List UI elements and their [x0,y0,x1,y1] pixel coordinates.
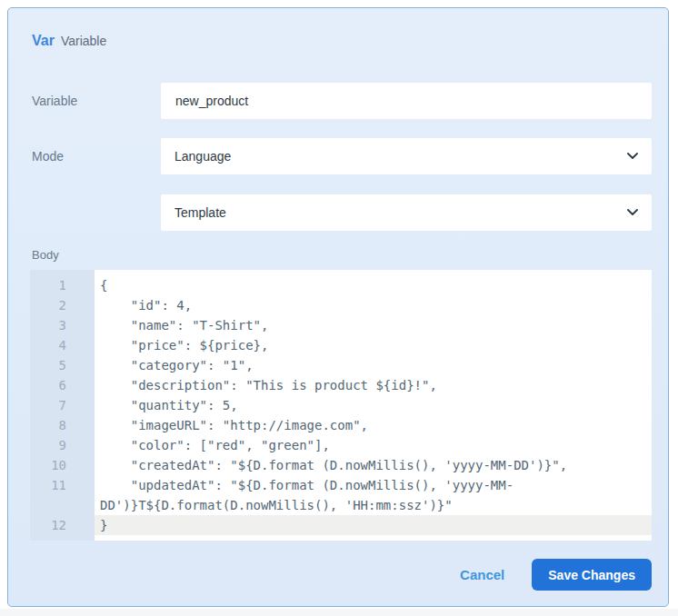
template-row: Template [32,194,652,231]
line-number: 11 [30,475,95,495]
line-number: 5 [30,355,95,375]
line-number: 8 [30,415,95,435]
line-number: 2 [30,295,95,315]
mode-select[interactable]: Language [161,138,652,174]
code-line: "name": "T-Shirt", [95,315,652,335]
cancel-button[interactable]: Cancel [460,567,504,582]
line-number: 4 [30,335,95,355]
code-line: "category": "1", [95,355,652,375]
code-editor[interactable]: 123456789101112 { "id": 4, "name": "T-Sh… [30,270,652,541]
line-number: 3 [30,315,95,335]
dialog-title: Variable [61,34,106,48]
code-line: { [95,275,652,295]
template-select[interactable]: Template [161,194,652,231]
code-line: } [95,515,652,535]
line-number: 7 [30,395,95,415]
code-line: "id": 4, [95,295,652,315]
page-background-strip [0,609,678,616]
line-number: 6 [30,375,95,395]
line-number: 12 [30,515,95,535]
code-line: DD')}T${D.format(D.nowMillis(), 'HH:mm:s… [95,495,652,515]
dialog-footer: Cancel Save Changes [32,559,652,591]
mode-label: Mode [32,149,161,164]
mode-row: Mode Language [32,138,652,174]
code-line: "color": ["red", "green"], [95,435,652,455]
var-badge: Var [32,33,55,49]
code-line: "updatedAt": "${D.format (D.nowMillis(),… [95,475,652,495]
save-changes-button[interactable]: Save Changes [532,559,652,591]
variable-label: Variable [32,94,161,108]
body-label: Body [32,248,652,262]
line-number: 10 [30,455,95,475]
variable-input[interactable] [161,83,652,119]
dialog-header: Var Variable [32,33,652,49]
chevron-down-icon [627,209,638,216]
mode-select-value: Language [174,149,231,164]
code-line: "createdAt": "${D.format (D.nowMillis(),… [95,455,652,475]
line-number: 1 [30,275,95,295]
line-number [30,495,95,515]
variable-dialog: Var Variable Variable Mode Language Temp… [7,7,669,607]
chevron-down-icon [627,153,638,160]
code-line: "price": ${price}, [95,335,652,355]
variable-row: Variable [32,83,652,119]
code-line: "description": "This is product ${id}!", [95,375,652,395]
editor-gutter: 123456789101112 [30,270,95,541]
code-line: "imageURL": "http://image.com", [95,415,652,435]
editor-code[interactable]: { "id": 4, "name": "T-Shirt", "price": $… [95,270,652,541]
template-select-value: Template [174,205,226,220]
line-number: 9 [30,435,95,455]
code-line: "quantity": 5, [95,395,652,415]
